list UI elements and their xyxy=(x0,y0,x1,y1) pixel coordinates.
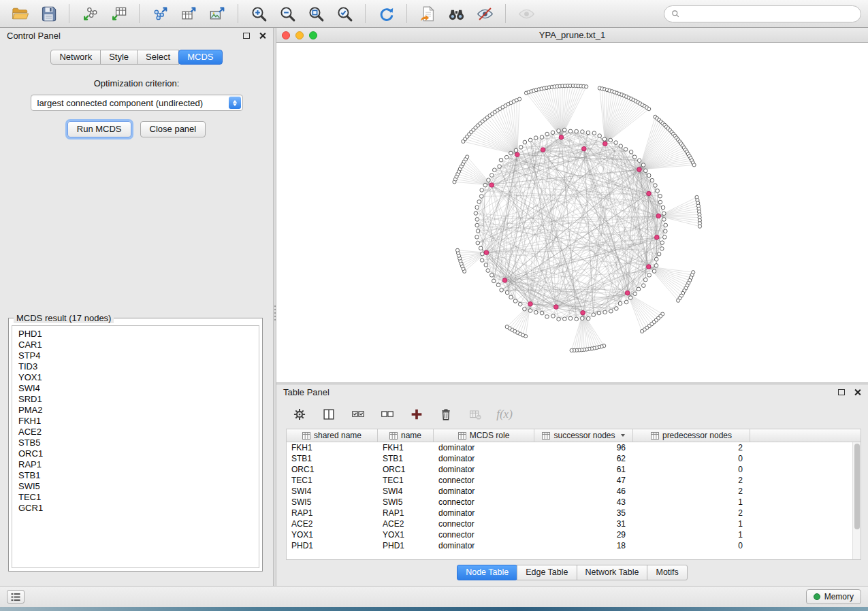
network-node[interactable] xyxy=(475,235,479,240)
run-mcds-button[interactable]: Run MCDS xyxy=(67,121,131,137)
network-node[interactable] xyxy=(662,212,666,216)
network-node[interactable] xyxy=(581,130,585,134)
network-node[interactable] xyxy=(624,148,628,152)
search-input[interactable] xyxy=(684,9,854,19)
network-node[interactable] xyxy=(557,317,561,321)
table-row[interactable]: RAP1RAP1dominator352 xyxy=(287,508,861,518)
save-session-button[interactable] xyxy=(35,3,61,24)
network-node[interactable] xyxy=(575,317,579,321)
network-node[interactable] xyxy=(493,168,497,172)
network-node[interactable] xyxy=(486,269,490,273)
network-node[interactable] xyxy=(642,284,646,288)
network-node[interactable] xyxy=(479,195,483,199)
network-node[interactable] xyxy=(500,288,504,293)
network-node[interactable] xyxy=(641,329,644,333)
network-node[interactable] xyxy=(545,132,549,136)
network-hub-node[interactable] xyxy=(541,148,545,152)
network-node[interactable] xyxy=(637,159,641,163)
table-row[interactable]: ORC1ORC1dominator610 xyxy=(287,464,861,475)
network-node[interactable] xyxy=(568,129,573,133)
table-row[interactable]: TEC1TEC1connector472 xyxy=(287,475,861,486)
toggle-graphics-details-button[interactable] xyxy=(472,3,498,24)
mcds-result-item[interactable]: PMA2 xyxy=(18,405,259,416)
network-hub-node[interactable] xyxy=(502,278,507,283)
add-entry-button[interactable] xyxy=(408,406,425,423)
network-node[interactable] xyxy=(647,108,651,111)
network-hub-node[interactable] xyxy=(489,183,494,188)
network-node[interactable] xyxy=(654,184,658,188)
mcds-result-item[interactable]: SRD1 xyxy=(18,394,259,405)
network-hub-node[interactable] xyxy=(637,167,642,172)
network-node[interactable] xyxy=(570,348,573,352)
network-node[interactable] xyxy=(499,158,503,162)
network-node[interactable] xyxy=(484,263,488,267)
table-row[interactable]: FKH1FKH1dominator962 xyxy=(287,442,861,453)
network-node[interactable] xyxy=(563,317,567,321)
network-node[interactable] xyxy=(545,315,549,319)
panel-list-button[interactable] xyxy=(7,590,25,604)
memory-button[interactable]: Memory xyxy=(806,589,861,604)
network-node[interactable] xyxy=(615,307,619,311)
network-node[interactable] xyxy=(633,292,637,296)
network-node[interactable] xyxy=(664,229,668,233)
column-header-successor-nodes[interactable]: successor nodes xyxy=(534,429,633,442)
network-node[interactable] xyxy=(692,163,696,167)
network-node[interactable] xyxy=(509,295,513,299)
network-node[interactable] xyxy=(660,247,664,251)
network-node[interactable] xyxy=(654,257,658,261)
import-table-file-button[interactable] xyxy=(106,3,131,24)
network-node[interactable] xyxy=(523,140,527,144)
tab-mcds[interactable]: MCDS xyxy=(178,50,222,65)
network-node[interactable] xyxy=(466,155,469,159)
network-node[interactable] xyxy=(540,135,544,139)
columns-layout-button[interactable] xyxy=(320,406,338,423)
network-node[interactable] xyxy=(551,131,555,135)
network-node[interactable] xyxy=(647,174,651,178)
table-row[interactable]: PHD1PHD1dominator180 xyxy=(287,540,861,551)
network-node[interactable] xyxy=(586,131,590,135)
close-panel-icon[interactable] xyxy=(259,32,266,39)
mcds-result-item[interactable]: GCR1 xyxy=(18,503,259,514)
network-node[interactable] xyxy=(658,200,662,204)
float-panel-icon[interactable] xyxy=(243,33,250,39)
network-hub-node[interactable] xyxy=(647,265,652,269)
network-node[interactable] xyxy=(540,311,544,315)
network-node[interactable] xyxy=(479,246,483,250)
tab-network[interactable]: Network xyxy=(50,50,101,65)
network-node[interactable] xyxy=(661,205,665,210)
network-node[interactable] xyxy=(647,274,652,278)
mcds-result-item[interactable]: STP4 xyxy=(18,350,259,361)
network-window-titlebar[interactable]: YPA_prune.txt_1 xyxy=(276,28,868,43)
tab-node-table[interactable]: Node Table xyxy=(457,565,517,580)
search-field[interactable] xyxy=(664,5,861,22)
network-hub-node[interactable] xyxy=(603,142,608,146)
column-header-predecessor-nodes[interactable]: predecessor nodes xyxy=(633,429,750,442)
network-node[interactable] xyxy=(619,144,623,148)
network-node[interactable] xyxy=(562,128,566,132)
network-node[interactable] xyxy=(664,223,668,227)
network-hub-node[interactable] xyxy=(554,305,559,310)
network-node[interactable] xyxy=(498,165,502,169)
network-node[interactable] xyxy=(480,259,484,263)
table-row[interactable]: SWI4SWI4dominator462 xyxy=(287,486,861,497)
network-node[interactable] xyxy=(568,316,573,320)
network-node[interactable] xyxy=(475,223,479,227)
network-node[interactable] xyxy=(509,151,513,155)
network-node[interactable] xyxy=(505,325,509,329)
criterion-dropdown[interactable]: largest connected component (undirected) xyxy=(31,95,243,111)
mcds-result-item[interactable]: YOX1 xyxy=(18,372,259,383)
mcds-result-item[interactable]: ACE2 xyxy=(18,427,259,437)
network-node[interactable] xyxy=(483,183,487,187)
network-node[interactable] xyxy=(519,146,523,150)
network-node[interactable] xyxy=(609,310,613,314)
network-node[interactable] xyxy=(618,301,622,306)
zoom-fit-button[interactable] xyxy=(303,3,329,24)
network-node[interactable] xyxy=(609,138,613,142)
network-node[interactable] xyxy=(518,97,521,101)
zoom-selected-button[interactable] xyxy=(332,3,357,24)
network-node[interactable] xyxy=(528,309,532,313)
network-node[interactable] xyxy=(487,178,491,182)
network-hub-node[interactable] xyxy=(581,310,585,315)
network-node[interactable] xyxy=(513,299,517,303)
float-table-panel-icon[interactable] xyxy=(838,389,845,395)
